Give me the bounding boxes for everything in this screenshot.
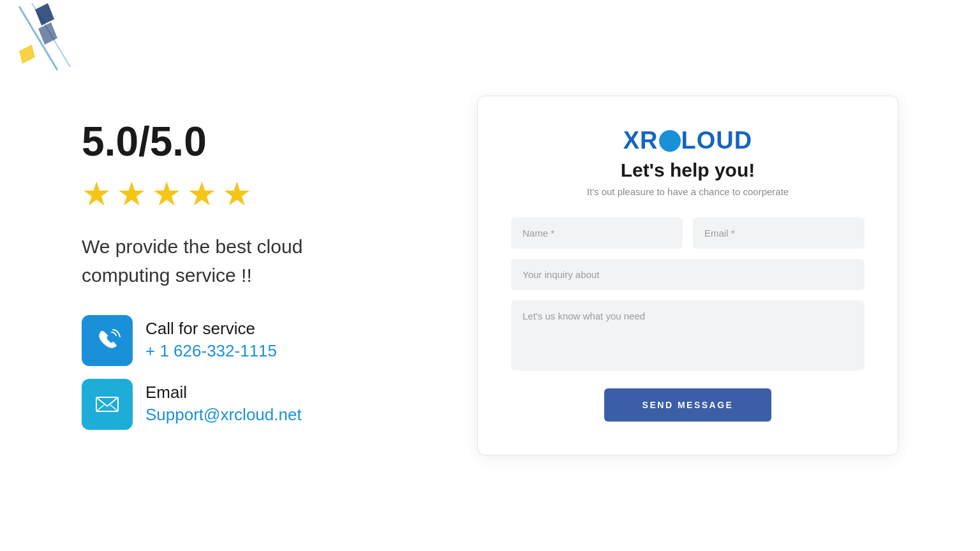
call-contact-text: Call for service + 1 626-332-1115 xyxy=(145,315,277,361)
email-label: Email xyxy=(145,383,302,402)
star-3: ★ xyxy=(152,175,182,213)
tagline-line1: We provide the best cloud xyxy=(82,236,302,257)
send-message-button[interactable]: SEND MESSAGE xyxy=(604,388,772,422)
svg-line-7 xyxy=(107,397,118,406)
page-container: 5.0/5.0 ★ ★ ★ ★ ★ We provide the best cl… xyxy=(0,0,980,551)
svg-line-8 xyxy=(96,405,104,411)
message-row xyxy=(511,300,865,373)
svg-marker-4 xyxy=(19,45,35,64)
rating-score: 5.0/5.0 xyxy=(82,121,439,162)
contact-items: Call for service + 1 626-332-1115 xyxy=(82,315,439,430)
phone-icon-box xyxy=(82,315,133,366)
tagline: We provide the best cloud computing serv… xyxy=(82,232,439,290)
email-field xyxy=(693,217,865,249)
email-icon xyxy=(93,390,122,419)
email-contact-item: Email Support@xrcloud.net xyxy=(82,379,439,430)
tagline-line2: computing service !! xyxy=(82,265,252,286)
star-1: ★ xyxy=(82,175,112,213)
svg-marker-2 xyxy=(35,3,54,26)
star-5: ★ xyxy=(222,175,252,213)
message-textarea[interactable] xyxy=(511,300,865,371)
main-content: 5.0/5.0 ★ ★ ★ ★ ★ We provide the best cl… xyxy=(0,0,980,551)
star-4: ★ xyxy=(187,175,217,213)
form-subtitle: It's out pleasure to have a chance to co… xyxy=(511,186,865,197)
contact-form-card: XRLOUD Let's help you! It's out pleasure… xyxy=(477,96,898,455)
phone-icon xyxy=(93,326,122,355)
form-header: XRLOUD Let's help you! It's out pleasure… xyxy=(511,127,865,197)
form-title: Let's help you! xyxy=(511,159,865,181)
call-value: + 1 626-332-1115 xyxy=(145,341,277,361)
svg-line-9 xyxy=(110,405,118,411)
star-2: ★ xyxy=(117,175,147,213)
email-value: Support@xrcloud.net xyxy=(145,405,302,425)
left-panel: 5.0/5.0 ★ ★ ★ ★ ★ We provide the best cl… xyxy=(82,108,439,443)
inquiry-row xyxy=(511,259,865,290)
call-contact-item: Call for service + 1 626-332-1115 xyxy=(82,315,439,366)
brand-name: XRLOUD xyxy=(623,127,752,154)
corner-decoration xyxy=(0,0,89,89)
svg-line-6 xyxy=(96,397,107,406)
email-contact-text: Email Support@xrcloud.net xyxy=(145,379,302,425)
name-field xyxy=(511,217,683,249)
send-button-container: SEND MESSAGE xyxy=(511,388,865,422)
inquiry-input[interactable] xyxy=(511,259,865,290)
name-email-row xyxy=(511,217,865,249)
stars-row: ★ ★ ★ ★ ★ xyxy=(82,175,439,213)
email-icon-box xyxy=(82,379,133,430)
call-label: Call for service xyxy=(145,319,277,339)
brand-logo: XRLOUD xyxy=(511,127,865,154)
name-input[interactable] xyxy=(511,217,683,249)
email-input[interactable] xyxy=(693,217,865,249)
